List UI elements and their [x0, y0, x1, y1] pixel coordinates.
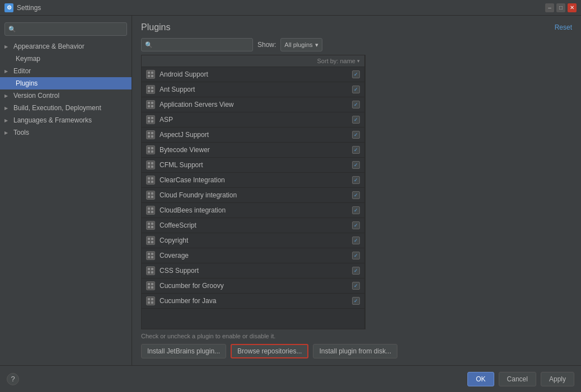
- plugin-checkbox[interactable]: [352, 237, 360, 244]
- svg-rect-55: [151, 271, 153, 273]
- plugin-list-item[interactable]: Application Servers View: [142, 97, 364, 112]
- plugin-list-item[interactable]: ClearCase Integration: [142, 173, 364, 188]
- plugin-name: Bytecode Viewer: [160, 146, 348, 154]
- plugin-icon: [146, 160, 155, 169]
- svg-rect-29: [151, 177, 153, 180]
- plugin-list-item[interactable]: CFML Support: [142, 158, 364, 173]
- plugin-checkbox[interactable]: [352, 131, 360, 139]
- reset-link[interactable]: Reset: [555, 23, 572, 31]
- plugin-search-input[interactable]: 🔍: [141, 38, 253, 51]
- svg-rect-23: [151, 150, 153, 153]
- sidebar-item-version-control[interactable]: ▶ Version Control: [0, 89, 132, 102]
- sidebar-item-plugins[interactable]: Plugins: [0, 77, 132, 89]
- plugin-checkbox[interactable]: [352, 221, 360, 229]
- svg-rect-14: [148, 120, 150, 122]
- plugin-checkbox[interactable]: [352, 191, 360, 199]
- plugin-checkbox[interactable]: [352, 161, 360, 169]
- plugin-checkbox[interactable]: [352, 282, 360, 290]
- ok-button[interactable]: OK: [467, 372, 494, 386]
- svg-rect-34: [148, 196, 150, 198]
- plugin-icon: [146, 85, 155, 94]
- bottom-note: Check or uncheck a plugin to enable or d…: [141, 333, 572, 339]
- svg-rect-2: [148, 75, 150, 77]
- browse-repositories-button[interactable]: Browse repositories...: [231, 344, 308, 358]
- plugin-list-item[interactable]: Cucumber for Groovy: [142, 278, 364, 294]
- expand-arrow-icon: ▶: [4, 44, 10, 49]
- install-jetbrains-button[interactable]: Install JetBrains plugin...: [141, 344, 226, 358]
- plugin-name: Ant Support: [160, 86, 348, 93]
- plugin-list-item[interactable]: CSS Support: [142, 263, 364, 278]
- svg-rect-40: [148, 223, 150, 225]
- plugin-checkbox[interactable]: [352, 146, 360, 154]
- svg-rect-13: [151, 117, 153, 119]
- svg-rect-5: [151, 87, 153, 89]
- svg-rect-56: [148, 283, 150, 285]
- svg-rect-49: [151, 253, 153, 255]
- svg-rect-44: [148, 238, 150, 240]
- apply-button[interactable]: Apply: [541, 372, 574, 386]
- plugin-list-item[interactable]: Cloud Foundry integration: [142, 188, 364, 203]
- svg-rect-62: [148, 301, 150, 304]
- close-button[interactable]: ✕: [568, 3, 577, 12]
- svg-rect-63: [151, 301, 153, 304]
- plugin-checkbox[interactable]: [352, 297, 360, 305]
- install-from-disk-button[interactable]: Install plugin from disk...: [313, 344, 397, 358]
- content-header: Plugins Reset: [141, 22, 572, 32]
- plugin-checkbox[interactable]: [352, 86, 360, 93]
- plugin-list-item[interactable]: Coverage: [142, 248, 364, 263]
- svg-rect-48: [148, 253, 150, 255]
- plugin-list-item[interactable]: ASP: [142, 112, 364, 127]
- sidebar-item-languages[interactable]: ▶ Languages & Frameworks: [0, 114, 132, 126]
- plugin-list-item[interactable]: AspectJ Support: [142, 127, 364, 143]
- plugin-checkbox[interactable]: [352, 101, 360, 108]
- svg-rect-45: [151, 238, 153, 240]
- sort-label[interactable]: Sort by: name ▾: [317, 58, 360, 64]
- sidebar-item-build[interactable]: ▶ Build, Execution, Deployment: [0, 102, 132, 114]
- svg-rect-42: [148, 226, 150, 228]
- plugin-checkbox[interactable]: [352, 252, 360, 259]
- plugin-list-item[interactable]: Bytecode Viewer: [142, 143, 364, 158]
- svg-rect-19: [151, 135, 153, 138]
- sidebar-item-tools[interactable]: ▶ Tools: [0, 126, 132, 139]
- svg-rect-31: [151, 181, 153, 183]
- plugin-list-item[interactable]: Cucumber for Java: [142, 294, 364, 309]
- svg-rect-11: [151, 105, 153, 107]
- svg-rect-10: [148, 105, 150, 107]
- plugin-checkbox[interactable]: [352, 116, 360, 124]
- help-button[interactable]: ?: [7, 373, 19, 385]
- svg-rect-53: [151, 268, 153, 270]
- plugin-name: Copyright: [160, 237, 348, 244]
- plugin-name: ASP: [160, 116, 348, 124]
- cancel-button[interactable]: Cancel: [499, 372, 536, 386]
- plugin-list-item[interactable]: Android Support: [142, 67, 364, 82]
- plugin-list-item[interactable]: Ant Support: [142, 82, 364, 97]
- sidebar-search[interactable]: 🔍: [4, 22, 127, 36]
- svg-rect-28: [148, 177, 150, 180]
- minimize-button[interactable]: –: [545, 3, 554, 12]
- plugin-checkbox[interactable]: [352, 267, 360, 275]
- svg-rect-12: [148, 117, 150, 119]
- plugin-checkbox[interactable]: [352, 176, 360, 184]
- svg-rect-4: [148, 87, 150, 89]
- list-header: Sort by: name ▾: [142, 55, 364, 67]
- sidebar-item-appearance[interactable]: ▶ Appearance & Behavior: [0, 40, 132, 53]
- show-dropdown[interactable]: All plugins ▾: [280, 38, 322, 51]
- svg-rect-41: [151, 223, 153, 225]
- svg-rect-16: [148, 132, 150, 134]
- maximize-button[interactable]: □: [556, 3, 565, 12]
- plugin-list-item[interactable]: Copyright: [142, 233, 364, 248]
- sidebar-item-editor[interactable]: ▶ Editor: [0, 65, 132, 77]
- svg-rect-37: [151, 207, 153, 210]
- sidebar-item-keymap[interactable]: Keymap: [0, 53, 132, 65]
- svg-rect-58: [148, 286, 150, 289]
- plugin-list[interactable]: Android Support Ant Support: [142, 67, 364, 329]
- svg-rect-0: [148, 72, 150, 74]
- plugin-name: CSS Support: [160, 267, 348, 275]
- plugin-list-item[interactable]: CoffeeScript: [142, 218, 364, 233]
- plugin-checkbox[interactable]: [352, 70, 360, 78]
- plugin-icon: [146, 266, 155, 275]
- plugin-icon: [146, 281, 155, 290]
- plugin-checkbox[interactable]: [352, 206, 360, 214]
- plugin-name: Application Servers View: [160, 101, 348, 108]
- plugin-list-item[interactable]: CloudBees integration: [142, 203, 364, 218]
